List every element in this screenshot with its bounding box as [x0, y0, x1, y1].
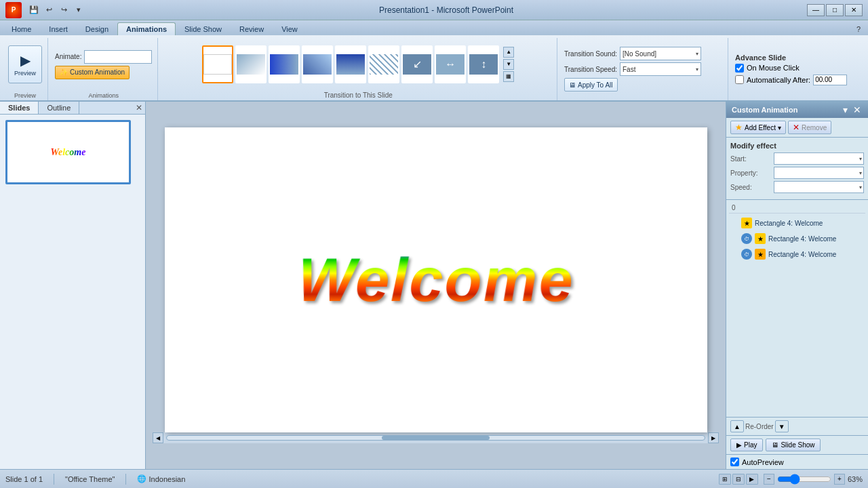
anim-zero: 0 [732, 204, 736, 211]
right-panel-header: Custom Animation ▾ ✕ [726, 102, 868, 118]
slide-thumb-text: Welcome [51, 147, 86, 158]
tab-design[interactable]: Design [77, 22, 117, 35]
play-button[interactable]: ▶ Play [730, 439, 763, 451]
transition-cover[interactable] [335, 45, 366, 83]
animate-label: Animate: [55, 53, 81, 60]
transition-none[interactable] [202, 45, 233, 83]
add-effect-button[interactable]: ★ Add Effect ▾ [730, 121, 786, 134]
panel-tabs: Slides Outline ✕ [0, 102, 145, 115]
trans-sound-combo[interactable]: [No Sound] ▾ [620, 47, 701, 60]
anim-item-2-label: Rectangle 4: Welcome [768, 251, 836, 258]
transition-split-vert[interactable]: ↔ [435, 45, 466, 83]
apply-all-button[interactable]: 🖥 Apply To All [564, 78, 618, 92]
app-logo: P [5, 2, 22, 18]
add-effect-icon: ★ [735, 123, 743, 132]
ribbon-group-advance: Advance Slide On Mouse Click Automatical… [730, 38, 865, 100]
speed-combo[interactable]: ▾ [774, 181, 864, 193]
auto-after-checkbox[interactable] [735, 75, 744, 84]
tab-review[interactable]: Review [231, 22, 273, 35]
transition-push-preview [303, 54, 332, 75]
transition-push[interactable] [302, 45, 333, 83]
reorder-up-button[interactable]: ▲ [730, 420, 744, 432]
anim-item-0-icon: ★ [741, 218, 752, 228]
slide-info: Slide 1 of 1 [5, 475, 43, 483]
tab-animations[interactable]: Animations [117, 22, 176, 35]
trans-scroll-all[interactable]: ▦ [503, 71, 514, 82]
statusbar-right: ⊞ ⊟ ▶ − + 63% [719, 474, 863, 485]
canvas-wrapper: Welcome ◀ ▶ [146, 102, 726, 469]
anim-item-2[interactable]: ⏱ ★ Rectangle 4: Welcome [729, 247, 865, 262]
close-button[interactable]: ✕ [845, 4, 863, 16]
scroll-right-button[interactable]: ▶ [708, 432, 719, 443]
trans-scroll-up[interactable]: ▲ [503, 47, 514, 58]
slide-thumbnail-1[interactable]: Welcome [5, 120, 131, 184]
zoom-level: 63% [848, 475, 863, 483]
qat-dropdown-button[interactable]: ▾ [72, 4, 85, 16]
slidesorter-view-button[interactable]: ⊟ [732, 474, 745, 485]
on-mouse-click-row: On Mouse Click [735, 64, 800, 73]
transition-split-down[interactable]: ↙ [401, 45, 433, 83]
scroll-thumb [382, 436, 490, 440]
outline-tab[interactable]: Outline [39, 102, 79, 114]
anim-item-1[interactable]: ⏱ ★ Rectangle 4: Welcome [729, 231, 865, 246]
slideshow-button[interactable]: 🖥 Slide Show [766, 439, 821, 451]
slide-canvas[interactable]: Welcome [165, 127, 707, 432]
redo-qat-button[interactable]: ↪ [57, 4, 71, 16]
slideshow-view-button[interactable]: ▶ [746, 474, 758, 485]
tab-home[interactable]: Home [3, 22, 40, 35]
ribbon-group-animations: Animate: ✨ Custom Animation Animations [50, 38, 158, 100]
main-area: Slides Outline ✕ 1 Welcome Welcome ◀ ▶ [0, 102, 868, 469]
preview-label: Preview [14, 70, 36, 77]
anim-item-1-icon: ⏱ [741, 233, 752, 244]
zoom-in-button[interactable]: + [834, 474, 845, 485]
anim-item-1-effect-icon: ★ [755, 233, 766, 244]
zoom-slider[interactable] [777, 476, 831, 482]
theme-info: "Office Theme" [65, 475, 115, 483]
scroll-left-button[interactable]: ◀ [153, 432, 163, 443]
auto-time-input[interactable] [813, 75, 847, 85]
trans-speed-combo[interactable]: Fast ▾ [620, 62, 701, 76]
panel-close-right-button[interactable]: ✕ [852, 104, 863, 115]
help-button[interactable]: ? [852, 23, 865, 35]
custom-animation-button[interactable]: ✨ Custom Animation [55, 66, 130, 79]
transition-split-horiz[interactable]: ↕ [468, 45, 499, 83]
property-combo[interactable]: ▾ [774, 167, 864, 179]
transition-fade[interactable] [235, 45, 267, 83]
zoom-out-button[interactable]: − [764, 474, 774, 485]
reorder-down-button[interactable]: ▼ [775, 420, 789, 432]
panel-close-button[interactable]: ✕ [133, 102, 145, 114]
tab-insert[interactable]: Insert [40, 22, 77, 35]
remove-effect-button[interactable]: ✕ Remove [788, 121, 831, 134]
minimize-button[interactable]: — [807, 4, 825, 16]
trans-sound-row: Transition Sound: [No Sound] ▾ [564, 47, 701, 60]
tab-slideshow[interactable]: Slide Show [176, 22, 231, 35]
tab-view[interactable]: View [273, 22, 307, 35]
remove-icon: ✕ [793, 123, 800, 132]
quick-access-toolbar: 💾 ↩ ↪ ▾ [27, 4, 85, 16]
language-label: Indonesian [149, 475, 185, 483]
on-mouse-click-checkbox[interactable] [735, 64, 744, 73]
start-combo[interactable]: ▾ [774, 152, 864, 165]
preview-button[interactable]: ▶ Preview [8, 45, 42, 83]
left-panel: Slides Outline ✕ 1 Welcome [0, 102, 146, 469]
anim-item-0[interactable]: ★ Rectangle 4: Welcome [729, 216, 865, 230]
slides-tab[interactable]: Slides [0, 102, 39, 114]
speed-arrow: ▾ [859, 184, 862, 190]
transition-slides: ↙ ↔ ↕ ▲ ▼ ▦ [202, 38, 514, 90]
reorder-section: ▲ Re-Order ▼ [730, 420, 789, 432]
transition-group-label: Transition to This Slide [324, 92, 393, 99]
save-qat-button[interactable]: 💾 [27, 4, 41, 16]
trans-scroll-down[interactable]: ▼ [503, 59, 514, 70]
ribbon-tabs: Home Insert Design Animations Slide Show… [0, 20, 868, 35]
normal-view-button[interactable]: ⊞ [719, 474, 731, 485]
transition-dissolve[interactable] [368, 45, 399, 83]
autopreview-checkbox[interactable] [730, 458, 739, 466]
animate-combo[interactable] [84, 50, 152, 64]
transition-wipe[interactable] [269, 45, 300, 83]
remove-label: Remove [802, 124, 827, 131]
speed-row: Speed: ▾ [730, 181, 864, 193]
maximize-button[interactable]: □ [826, 4, 844, 16]
trans-options-content: Transition Sound: [No Sound] ▾ Transitio… [564, 38, 722, 100]
undo-qat-button[interactable]: ↩ [42, 4, 56, 16]
panel-collapse-button[interactable]: ▾ [842, 104, 849, 115]
